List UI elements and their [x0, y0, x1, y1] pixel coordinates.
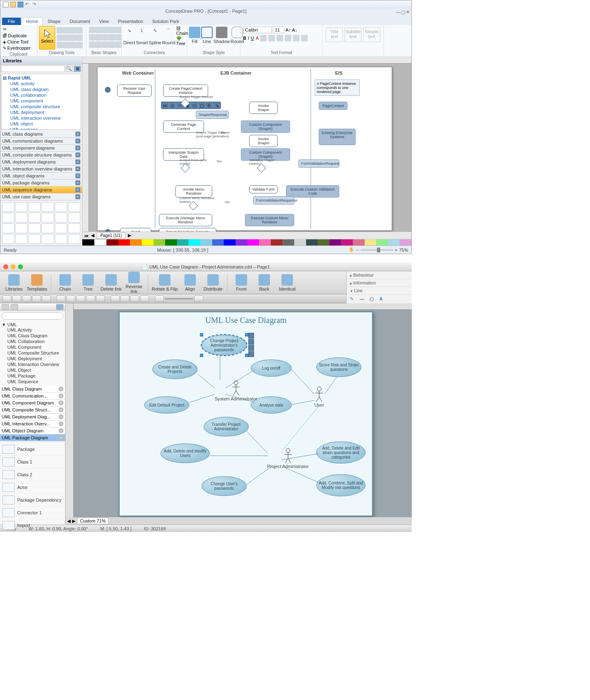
round-button[interactable]: ⌒Round [162, 27, 175, 45]
zoom-slider[interactable] [165, 298, 193, 300]
shape-thumb[interactable] [2, 202, 14, 212]
library-item[interactable]: UML Interaction Overv...× [0, 420, 65, 427]
tool-icon[interactable] [57, 34, 63, 41]
color-palette-bar[interactable] [82, 239, 411, 245]
usecase[interactable]: Score Risk and Strain questions [316, 357, 361, 377]
text-icon[interactable]: A [379, 296, 387, 303]
arc-icon[interactable] [66, 295, 75, 302]
undo-icon[interactable]: ↶ [25, 2, 31, 7]
flip-v-icon[interactable] [140, 295, 149, 302]
library-item-active[interactable]: UML sequence diagrams× [0, 186, 82, 193]
shadow-icon[interactable]: ▢ [370, 296, 377, 303]
close-library-icon[interactable]: × [59, 414, 64, 419]
duplicate-button[interactable]: 🗐 Duplicate [3, 33, 27, 38]
select-button[interactable]: Select [39, 26, 55, 50]
shape-thumb[interactable] [55, 223, 67, 233]
canvas-viewport[interactable]: Web Container EJB Container EIS Receive … [89, 64, 411, 232]
close-library-icon[interactable]: × [75, 166, 80, 171]
close-library-icon[interactable]: × [75, 194, 80, 199]
shape-thumb[interactable] [41, 234, 54, 244]
page-nav-prev-icon[interactable]: ◀ [67, 518, 70, 524]
font-select[interactable]: Calibri [243, 27, 272, 33]
rect-tool-icon[interactable] [12, 295, 21, 302]
shape-thumb[interactable] [2, 457, 15, 466]
tool-icon[interactable] [63, 42, 70, 48]
eyedropper-button[interactable]: ✎ Eyedropper [3, 45, 31, 50]
connector-icon[interactable] [86, 295, 95, 302]
increase-font-icon[interactable]: A↑ [286, 27, 291, 32]
zoom-in-icon[interactable] [194, 295, 203, 302]
shape-thumb[interactable] [15, 223, 27, 233]
cut-icon[interactable]: ✂ [3, 27, 7, 32]
tree-root[interactable]: ▼ UML [2, 322, 64, 327]
spline-button[interactable]: ∿Spline [149, 27, 161, 45]
library-item[interactable]: UML Object Diagram× [0, 427, 65, 434]
library-item[interactable]: UML object diagrams× [0, 173, 82, 180]
shape-thumb[interactable] [2, 234, 14, 244]
close-icon[interactable]: ✕ [406, 9, 410, 15]
reverse-link-button[interactable]: Reverse link [123, 272, 145, 294]
canvas-viewport[interactable]: UML Use Case Diagram Change Project Admi… [74, 310, 404, 517]
action-icon[interactable]: ▢ [198, 102, 206, 109]
library-item[interactable]: UML Composite Struct...× [0, 407, 65, 414]
shape-row[interactable]: Class 2 [2, 468, 64, 481]
shape-icon[interactable] [102, 34, 109, 41]
align-top-icon[interactable] [285, 35, 291, 41]
panel-line[interactable]: Line [347, 287, 412, 295]
shape-thumb[interactable] [28, 202, 41, 212]
file-tab[interactable]: File [2, 18, 21, 25]
shape-thumb[interactable] [2, 213, 14, 223]
tree-leaf[interactable]: UML Class Diagram [2, 333, 64, 339]
front-button[interactable]: Front [231, 274, 252, 291]
close-library-icon[interactable]: × [75, 180, 80, 185]
action-icon[interactable] [248, 339, 254, 345]
actor-projadmin[interactable]: Project Administrator [267, 448, 309, 469]
action-icon[interactable]: ⬭ [191, 102, 198, 109]
shape-icon[interactable] [89, 34, 95, 41]
direct-button[interactable]: ↘Direct [123, 27, 135, 45]
library-item[interactable]: UML use case diagrams× [0, 193, 82, 200]
zoom-slider[interactable] [361, 249, 393, 251]
selection-handle[interactable] [245, 333, 248, 336]
shape-thumb[interactable] [28, 234, 41, 244]
flow-node[interactable]: Send Response [120, 228, 151, 232]
actor-user[interactable]: User [314, 386, 324, 407]
shape-thumb[interactable] [28, 223, 41, 233]
tool-icon[interactable] [76, 27, 83, 34]
shape-icon[interactable] [95, 27, 102, 33]
zoom-out-icon[interactable]: − [356, 248, 359, 252]
shape-thumb[interactable] [41, 223, 54, 233]
close-library-icon[interactable]: × [75, 187, 80, 192]
component-node[interactable]: Execute Custom Validation Code [286, 185, 339, 198]
usecase[interactable]: Create and Delete Projects [152, 359, 197, 379]
subtitle-text-button[interactable]: Subtitle text [345, 27, 362, 42]
tree-leaf[interactable]: UML Object [2, 367, 64, 373]
tool-icon[interactable] [63, 34, 70, 41]
selection-handle[interactable] [200, 354, 203, 357]
tree-leaf[interactable]: UML Interaction Overview [2, 361, 64, 367]
italic-button[interactable]: I [248, 36, 249, 41]
underline-button[interactable]: U [251, 36, 254, 41]
action-icon[interactable]: ◇ [169, 102, 176, 109]
library-item[interactable]: UML Deployment Diag...× [0, 414, 65, 420]
shape-icon[interactable] [95, 34, 102, 41]
node-action-bar[interactable]: ▭◇○◉⬭▢⎘↘ [161, 102, 221, 109]
tool-icon[interactable] [70, 34, 76, 41]
tree-button[interactable]: Tree [77, 274, 99, 291]
tree-leaf[interactable]: UML composite structure [3, 104, 79, 109]
font-size-select[interactable]: 11 [273, 27, 284, 33]
tree-leaf[interactable]: UML Package [2, 373, 64, 379]
tree-leaf[interactable]: UML collaboration [3, 92, 79, 98]
shape-icon[interactable] [89, 41, 95, 48]
shadow-button[interactable]: Shadow [213, 26, 230, 44]
text-tool-icon[interactable] [32, 295, 41, 302]
line-tool-icon[interactable] [42, 295, 51, 302]
shape-icon[interactable] [95, 41, 102, 48]
tree-leaf[interactable]: UML Component [2, 344, 64, 350]
library-item[interactable]: UML communication diagrams× [0, 138, 82, 145]
rotate-flip-button[interactable]: Rotate & Flip [152, 274, 178, 291]
shape-row[interactable]: Package [2, 443, 64, 456]
close-library-icon[interactable]: × [59, 393, 64, 398]
drawing-page[interactable]: Web Container EJB Container EIS Receive … [97, 67, 392, 231]
rotate-right-icon[interactable] [120, 295, 129, 302]
